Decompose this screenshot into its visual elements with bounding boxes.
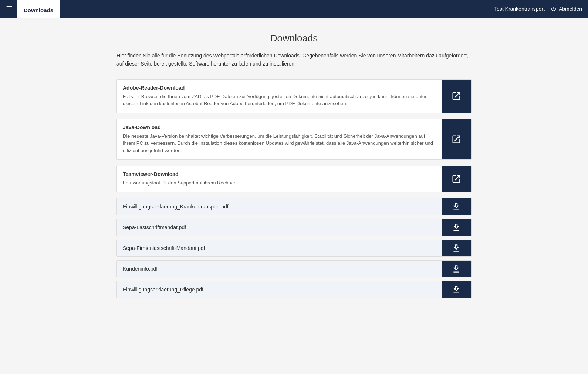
main-content: Downloads Hier finden Sie alle für die B… xyxy=(109,18,479,317)
link-card-button-1[interactable] xyxy=(442,119,471,160)
page-description: Hier finden Sie alle für die Benutzung d… xyxy=(116,51,472,68)
link-card-title-1: Java-Download xyxy=(123,124,436,130)
link-card-title-0: Adobe-Reader-Download xyxy=(123,85,436,91)
download-icon xyxy=(452,264,461,274)
link-card-body-0: Adobe-Reader-Download Falls Ihr Browser … xyxy=(117,80,442,113)
link-card-1: Java-Download Die neueste Java-Version b… xyxy=(116,119,472,160)
download-icon xyxy=(452,202,461,211)
file-row-2: Sepa-Firmenlastschrift-Mandant.pdf xyxy=(116,240,472,257)
file-row-name-3: Kundeninfo.pdf xyxy=(117,261,442,277)
file-row-name-1: Sepa-Lastschriftmandat.pdf xyxy=(117,219,442,236)
file-download-button-1[interactable] xyxy=(442,219,471,236)
power-icon xyxy=(551,6,557,12)
hamburger-icon[interactable]: ☰ xyxy=(6,4,13,13)
link-card-title-2: Teamviewer-Download xyxy=(123,171,436,177)
link-card-0: Adobe-Reader-Download Falls Ihr Browser … xyxy=(116,79,472,113)
file-row-name-2: Sepa-Firmenlastschrift-Mandant.pdf xyxy=(117,240,442,256)
file-row-name-0: Einwilligungserklaerung_Krankentransport… xyxy=(117,198,442,215)
file-download-button-4[interactable] xyxy=(442,281,471,298)
logout-button[interactable]: Abmelden xyxy=(551,6,582,12)
file-download-button-2[interactable] xyxy=(442,240,471,256)
link-card-desc-0: Falls Ihr Browser die Ihnen vom ZAD als … xyxy=(123,93,436,107)
external-link-icon xyxy=(451,134,462,144)
download-icon xyxy=(452,223,461,232)
page-title: Downloads xyxy=(116,33,472,44)
header-left: ☰ Downloads xyxy=(6,0,60,18)
link-card-button-0[interactable] xyxy=(442,80,471,113)
file-row-name-4: Einwilligungserklaerung_Pflege.pdf xyxy=(117,281,442,298)
link-card-desc-1: Die neueste Java-Version beinhaltet wich… xyxy=(123,133,436,154)
file-row-0: Einwilligungserklaerung_Krankentransport… xyxy=(116,198,472,215)
link-card-desc-2: Fernwartungstool für den Support auf ihr… xyxy=(123,179,436,187)
file-row-1: Sepa-Lastschriftmandat.pdf xyxy=(116,219,472,236)
file-row-4: Einwilligungserklaerung_Pflege.pdf xyxy=(116,281,472,298)
external-link-icon xyxy=(451,91,462,101)
active-tab[interactable]: Downloads xyxy=(17,0,60,18)
external-link-icon xyxy=(451,174,462,184)
user-name: Test Krankentransport xyxy=(494,6,545,12)
file-download-button-0[interactable] xyxy=(442,198,471,215)
link-card-body-2: Teamviewer-Download Fernwartungstool für… xyxy=(117,166,442,192)
link-cards-container: Adobe-Reader-Download Falls Ihr Browser … xyxy=(116,79,472,192)
download-icon xyxy=(452,243,461,253)
download-icon xyxy=(452,285,461,294)
file-download-button-3[interactable] xyxy=(442,261,471,277)
header: ☰ Downloads Test Krankentransport Abmeld… xyxy=(0,0,588,18)
file-row-3: Kundeninfo.pdf xyxy=(116,260,472,277)
link-card-button-2[interactable] xyxy=(442,166,471,192)
link-card-2: Teamviewer-Download Fernwartungstool für… xyxy=(116,166,472,192)
link-card-body-1: Java-Download Die neueste Java-Version b… xyxy=(117,119,442,160)
header-right: Test Krankentransport Abmelden xyxy=(494,6,582,12)
logout-label: Abmelden xyxy=(559,6,582,12)
file-rows-container: Einwilligungserklaerung_Krankentransport… xyxy=(116,198,472,298)
